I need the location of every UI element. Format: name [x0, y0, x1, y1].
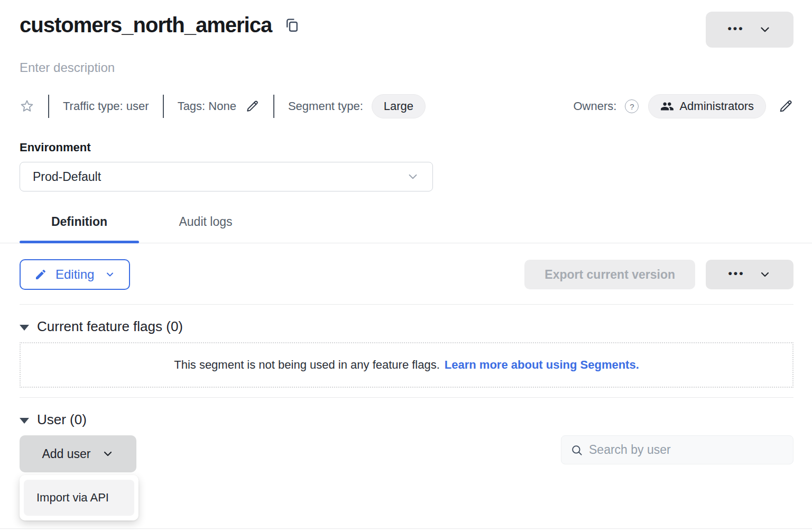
chevron-down-icon: [406, 170, 420, 184]
section-divider: [20, 397, 793, 398]
tags-label: Tags: None: [178, 99, 236, 113]
add-user-dropdown-menu: Import via API: [20, 475, 139, 520]
meta-row: Traffic type: user Tags: None Segment ty…: [20, 94, 793, 118]
edit-owners-icon[interactable]: [778, 98, 793, 114]
export-current-version-button[interactable]: Export current version: [524, 260, 695, 289]
page-header: customers_north_america •••: [20, 13, 793, 48]
segment-detail-page: customers_north_america ••• Enter descri…: [0, 0, 812, 530]
segment-type-label: Segment type:: [288, 99, 363, 113]
chevron-down-icon: [759, 268, 771, 281]
definition-more-button[interactable]: •••: [706, 260, 793, 289]
active-tab-underline: [20, 241, 139, 243]
owners-value: Administrators: [679, 99, 754, 113]
table-top-border: [0, 528, 812, 529]
description-placeholder[interactable]: Enter description: [20, 60, 793, 75]
page-title: customers_north_america: [20, 13, 272, 37]
menu-item-import-via-api[interactable]: Import via API: [24, 480, 134, 516]
meta-divider: [273, 95, 274, 118]
traffic-type-label: Traffic type: user: [63, 99, 149, 113]
copy-icon[interactable]: [283, 16, 300, 33]
meta-divider: [48, 95, 49, 118]
environment-label: Environment: [20, 141, 793, 154]
meta-divider: [163, 95, 164, 118]
more-dots-icon: •••: [728, 268, 744, 282]
user-section-header[interactable]: User (0): [20, 412, 793, 428]
definition-toolbar: Editing Export current version •••: [20, 259, 793, 290]
caret-down-icon: [20, 325, 29, 331]
help-icon[interactable]: ?: [625, 99, 639, 113]
chevron-down-icon: [102, 447, 114, 460]
owners-label: Owners:: [573, 99, 616, 113]
chevron-down-icon: [105, 269, 115, 280]
add-user-button[interactable]: Add user: [20, 435, 136, 472]
page-more-button[interactable]: •••: [706, 12, 793, 48]
environment-select[interactable]: Prod-Default: [20, 162, 433, 191]
editing-label: Editing: [56, 267, 94, 282]
user-section-title: User (0): [37, 412, 87, 428]
feature-flags-section-title: Current feature flags (0): [37, 318, 183, 335]
feature-flags-empty-state: This segment is not being used in any fe…: [20, 342, 793, 388]
edit-tags-icon[interactable]: [245, 99, 260, 114]
tab-bar: Definition Audit logs: [0, 211, 812, 243]
tab-audit-logs[interactable]: Audit logs: [139, 211, 272, 243]
add-user-label: Add user: [42, 447, 90, 461]
caret-down-icon: [20, 418, 29, 424]
owners-badge[interactable]: Administrators: [648, 94, 766, 118]
segment-type-badge: Large: [372, 94, 426, 118]
pencil-icon: [34, 268, 47, 281]
learn-more-link[interactable]: Learn more about using Segments.: [445, 358, 639, 372]
section-divider: [20, 304, 793, 305]
user-search-box[interactable]: [561, 435, 793, 464]
editing-mode-button[interactable]: Editing: [20, 259, 130, 290]
star-icon[interactable]: [20, 99, 34, 114]
more-dots-icon: •••: [727, 23, 744, 37]
tab-definition[interactable]: Definition: [20, 211, 139, 243]
empty-state-text: This segment is not being used in any fe…: [174, 358, 440, 372]
people-icon: [660, 99, 674, 113]
chevron-down-icon: [758, 23, 772, 36]
environment-section: Environment Prod-Default: [20, 141, 793, 191]
feature-flags-section-header[interactable]: Current feature flags (0): [20, 318, 793, 335]
search-by-user-input[interactable]: [589, 443, 785, 457]
search-icon: [570, 443, 584, 457]
user-section-controls: Add user Import via API: [20, 435, 793, 472]
environment-selected-value: Prod-Default: [33, 170, 101, 184]
